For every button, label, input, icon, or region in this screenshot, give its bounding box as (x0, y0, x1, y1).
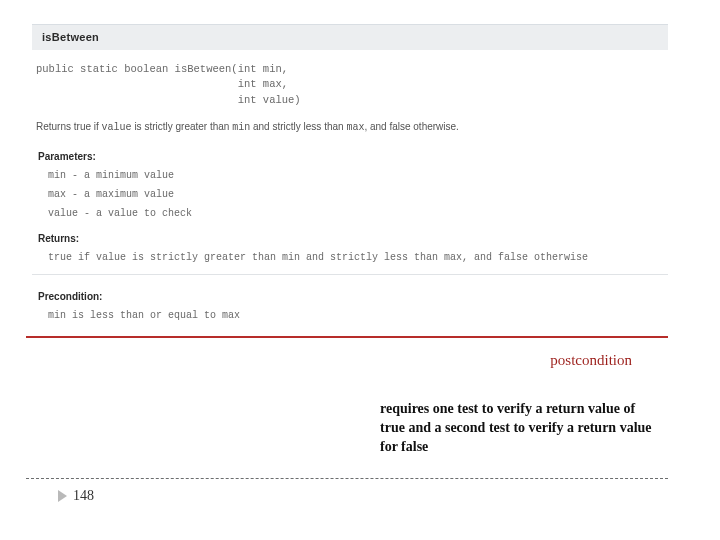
dashed-rule (26, 478, 668, 479)
returns-text: true if value is strictly greater than m… (38, 246, 662, 266)
desc-code-value: value (102, 122, 132, 133)
method-description: Returns true if value is strictly greate… (32, 113, 668, 141)
param-value: value - a value to check (38, 202, 662, 221)
param-min: min - a minimum value (38, 164, 662, 183)
method-signature: public static boolean isBetween(int min,… (36, 62, 664, 109)
returns-label: Returns: (38, 231, 662, 246)
desc-text: and strictly less than (250, 121, 346, 132)
precondition-block: Precondition: min is less than or equal … (32, 281, 668, 326)
parameters-block: Parameters: min - a minimum value max - … (32, 141, 668, 223)
method-header: isBetween (32, 24, 668, 50)
page-number: 148 (73, 488, 94, 504)
desc-text: is strictly greater than (132, 121, 233, 132)
divider (32, 274, 668, 275)
parameters-label: Parameters: (38, 149, 662, 164)
page-marker: 148 (58, 488, 94, 504)
slide: isBetween public static boolean isBetwee… (0, 0, 720, 540)
precondition-text: min is less than or equal to max (38, 304, 662, 324)
postcondition-label: postcondition (550, 352, 632, 369)
accent-rule (26, 336, 668, 338)
javadoc-panel: isBetween public static boolean isBetwee… (32, 24, 668, 326)
desc-text: , and false otherwise. (364, 121, 459, 132)
desc-code-max: max (346, 122, 364, 133)
param-max: max - a maximum value (38, 183, 662, 202)
precondition-label: Precondition: (38, 289, 662, 304)
arrow-icon (58, 490, 67, 502)
desc-text: Returns true if (36, 121, 102, 132)
returns-block: Returns: true if value is strictly great… (32, 223, 668, 268)
postcondition-note: requires one test to verify a return val… (380, 400, 658, 457)
desc-code-min: min (232, 122, 250, 133)
